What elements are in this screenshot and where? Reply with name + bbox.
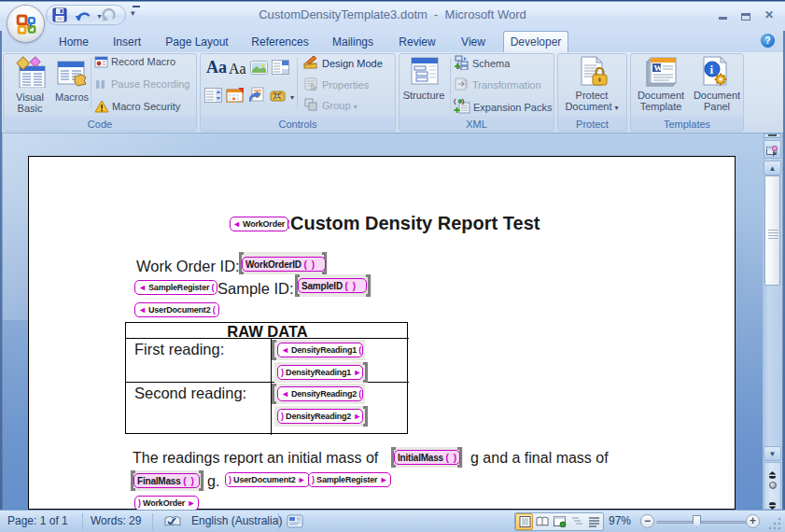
svg-text:i: i xyxy=(710,63,714,77)
svg-text:〈: 〈 xyxy=(454,98,456,105)
svg-text:W: W xyxy=(654,63,663,73)
